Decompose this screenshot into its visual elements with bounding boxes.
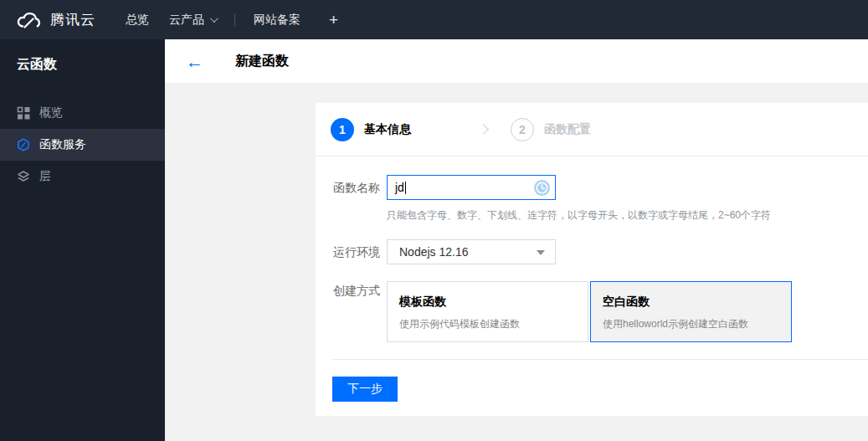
- back-arrow-icon[interactable]: ←: [186, 53, 203, 70]
- topnav-item-products[interactable]: 云产品: [159, 13, 226, 28]
- next-step-button[interactable]: 下一步: [332, 377, 398, 402]
- text-cursor: [405, 182, 406, 194]
- page-header: ← 新建函数: [165, 39, 868, 83]
- sidebar-item-layers[interactable]: 层: [0, 161, 165, 192]
- creation-method-cards: 模板函数 使用示例代码模板创建函数 空白函数 使用helloworld示例创建空…: [387, 281, 792, 342]
- function-name-input[interactable]: jd: [387, 175, 556, 200]
- sidebar-item-label: 函数服务: [39, 137, 86, 152]
- brand-name: 腾讯云: [50, 10, 95, 29]
- sidebar-item-label: 概览: [39, 105, 63, 121]
- topnav-label: 总览: [126, 13, 149, 28]
- step-2-circle: 2: [511, 118, 534, 141]
- form-footer-divider: [332, 359, 868, 360]
- step-2-label: 函数配置: [544, 122, 591, 137]
- topnav-item-icp[interactable]: 网站备案: [244, 13, 311, 28]
- function-name-label: 函数名称: [333, 175, 387, 223]
- sidebar-item-overview[interactable]: 概览: [0, 97, 165, 129]
- function-name-row: 函数名称 jd 只能: [333, 175, 868, 223]
- layers-icon: [17, 170, 30, 183]
- step-indicator: 1 基本信息 2 函数配置: [316, 103, 868, 156]
- blank-function-desc: 使用helloworld示例创建空白函数: [603, 317, 791, 331]
- runtime-row: 运行环境 Nodejs 12.16: [333, 239, 868, 264]
- creation-method-label: 创建方式: [333, 281, 387, 342]
- dropdown-caret-icon: [537, 250, 545, 255]
- blank-function-title: 空白函数: [603, 295, 791, 310]
- chevron-right-icon: [478, 124, 489, 135]
- topbar: 腾讯云 总览 云产品 网站备案 +: [0, 0, 868, 39]
- content-area: 1 基本信息 2 函数配置 函数名称 jd: [165, 83, 868, 441]
- create-function-card: 1 基本信息 2 函数配置 函数名称 jd: [316, 103, 868, 416]
- sidebar-item-label: 层: [39, 169, 51, 184]
- grid-icon: [17, 106, 30, 120]
- function-name-value: jd: [395, 181, 404, 194]
- sidebar-title: 云函数: [0, 39, 165, 87]
- clock-loading-icon: [533, 179, 551, 197]
- sidebar-menu: 概览 函数服务 层: [0, 97, 165, 192]
- page-title: 新建函数: [235, 53, 289, 70]
- top-navigation: 总览 云产品 网站备案 +: [116, 11, 350, 29]
- function-name-help: 只能包含字母、数字、下划线、连字符，以字母开头，以数字或字母结尾，2~60个字符: [387, 208, 771, 223]
- add-tab-button[interactable]: +: [317, 11, 350, 29]
- chevron-down-icon: [210, 14, 218, 23]
- tencent-cloud-logo[interactable]: 腾讯云: [15, 10, 95, 30]
- topnav-label: 云产品: [169, 13, 204, 28]
- step-1-circle: 1: [331, 118, 354, 141]
- template-function-title: 模板函数: [399, 295, 588, 310]
- topnav-divider: [234, 13, 235, 27]
- template-function-desc: 使用示例代码模板创建函数: [399, 317, 588, 331]
- topnav-label: 网站备案: [254, 13, 300, 28]
- runtime-select[interactable]: Nodejs 12.16: [387, 239, 556, 264]
- step-1-label: 基本信息: [364, 122, 411, 137]
- template-function-card[interactable]: 模板函数 使用示例代码模板创建函数: [387, 281, 588, 342]
- sidebar: 云函数 概览 函数服务: [0, 39, 165, 441]
- runtime-selected-value: Nodejs 12.16: [399, 245, 469, 259]
- creation-method-row: 创建方式 模板函数 使用示例代码模板创建函数 空白函数 使用helloworld…: [333, 281, 868, 342]
- blank-function-card[interactable]: 空白函数 使用helloworld示例创建空白函数: [590, 281, 792, 342]
- runtime-label: 运行环境: [333, 239, 387, 264]
- basic-info-form: 函数名称 jd 只能: [316, 156, 868, 342]
- hexagon-slash-icon: [17, 138, 30, 151]
- cloud-logo-icon: [15, 10, 43, 30]
- topnav-item-overview[interactable]: 总览: [116, 13, 159, 28]
- sidebar-item-function-service[interactable]: 函数服务: [0, 129, 165, 161]
